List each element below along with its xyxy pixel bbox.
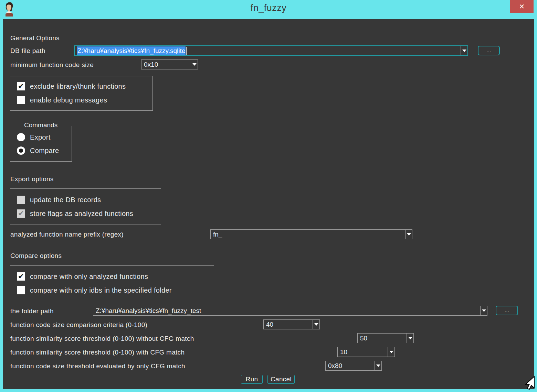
window-title: fn_fuzzy [0,3,537,13]
similarity-with-cfg-value[interactable]: 10 [338,347,388,357]
run-button[interactable]: Run [241,375,263,384]
similarity-without-cfg-combobox[interactable]: 50 [357,333,414,343]
db-file-path-browse-button[interactable]: ... [478,46,500,55]
dropdown-button[interactable] [375,361,381,370]
export-options-heading: Export options [10,175,54,184]
criteria-label: function code size threshold evaluated b… [10,362,185,371]
checkbox-row[interactable]: compare with only idbs in the specified … [17,286,172,294]
radio-row[interactable]: Export [17,133,51,141]
min-code-size-combobox[interactable]: 0x10 [141,59,198,69]
prefix-value[interactable]: fn_ [211,230,405,239]
checkbox-row[interactable]: compare with only analyzed functions [17,272,148,281]
criteria-label: function code size comparison criteria (… [10,320,147,329]
checkbox-row[interactable]: store flags as analyzed functions [17,209,133,218]
min-code-size-dropdown-button[interactable] [191,60,198,69]
folder-path-browse-button[interactable]: ... [496,306,518,315]
checkbox-row[interactable]: enable debug messages [17,96,107,104]
folder-path-combobox[interactable]: Z:¥haru¥analysis¥tics¥fn_fuzzy_test [93,306,487,316]
chevron-down-icon [408,337,412,339]
checkbox-label: compare with only analyzed functions [30,273,148,281]
checkbox-row[interactable]: update the DB records [17,196,101,204]
chevron-down-icon [314,323,318,326]
commands-legend: Commands [22,121,60,129]
close-icon: ✕ [519,2,525,11]
checkbox-label: compare with only idbs in the specified … [30,286,172,294]
dropdown-button[interactable] [388,347,394,357]
compare-idbs-folder-checkbox[interactable] [17,286,25,294]
compare-checkbox-group: compare with only analyzed functions com… [10,265,214,301]
similarity-with-cfg-combobox[interactable]: 10 [337,347,395,357]
export-radio[interactable] [17,133,25,141]
checkbox-label: enable debug messages [30,96,107,104]
similarity-without-cfg-value[interactable]: 50 [358,334,407,343]
checkbox-row[interactable]: exclude library/thunk functions [17,82,126,90]
chevron-down-icon [192,63,197,66]
min-code-size-value[interactable]: 0x10 [141,60,191,69]
text-caret [186,47,187,55]
checkbox-label: store flags as analyzed functions [30,210,133,218]
compare-options-heading: Compare options [10,251,62,260]
chevron-down-icon [376,364,380,367]
cfg-only-threshold-combobox[interactable]: 0x80 [325,361,382,371]
enable-debug-checkbox[interactable] [17,96,25,104]
close-button[interactable]: ✕ [510,0,534,13]
chevron-down-icon [407,233,411,236]
criteria-label: function similarity score threshold (0-1… [10,334,194,343]
commands-group: Commands Export Compare [10,126,72,162]
prefix-combobox[interactable]: fn_ [210,229,412,239]
db-file-path-value[interactable]: Z:¥haru¥analysis¥tics¥fn_fuzzy.sqlite [75,46,461,55]
cancel-button[interactable]: Cancel [267,375,295,384]
folder-path-label: the folder path [10,307,54,316]
compare-radio[interactable] [17,146,25,155]
fn-fuzzy-dialog: fn_fuzzy ✕ General Options DB file path … [0,0,537,392]
general-checkbox-group: exclude library/thunk functions enable d… [10,76,153,111]
dropdown-button[interactable] [407,334,413,343]
compare-analyzed-checkbox[interactable] [17,272,25,281]
cfg-only-threshold-value[interactable]: 0x80 [326,361,375,370]
db-file-path-combobox[interactable]: Z:¥haru¥analysis¥tics¥fn_fuzzy.sqlite [74,45,468,56]
titlebar[interactable]: fn_fuzzy ✕ [0,0,537,19]
prefix-label: analyzed function name prefix (regex) [10,230,124,239]
store-flags-checkbox[interactable] [17,209,25,218]
folder-path-dropdown-button[interactable] [480,306,487,315]
radio-row[interactable]: Compare [17,146,59,155]
update-db-records-checkbox[interactable] [17,196,25,204]
chevron-down-icon [462,50,466,52]
exclude-library-checkbox[interactable] [17,82,25,90]
general-options-heading: General Options [10,34,60,43]
db-file-path-label: DB file path [10,46,45,55]
code-size-criteria-value[interactable]: 40 [264,320,313,329]
export-checkbox-group: update the DB records store flags as ana… [10,188,161,225]
folder-path-value[interactable]: Z:¥haru¥analysis¥tics¥fn_fuzzy_test [93,306,480,315]
checkbox-label: update the DB records [30,196,101,204]
chevron-down-icon [482,309,486,312]
radio-label: Compare [30,147,59,155]
code-size-criteria-combobox[interactable]: 40 [263,319,320,329]
min-code-size-label: minimum function code size [10,61,94,69]
prefix-dropdown-button[interactable] [405,230,412,239]
db-file-path-dropdown-button[interactable] [461,46,467,55]
radio-label: Export [30,133,51,141]
chevron-down-icon [389,351,393,353]
mouse-cursor-icon [521,376,535,390]
dropdown-button[interactable] [313,320,319,329]
checkbox-label: exclude library/thunk functions [30,83,126,90]
criteria-label: function similarity score threshold (0-1… [10,348,185,357]
